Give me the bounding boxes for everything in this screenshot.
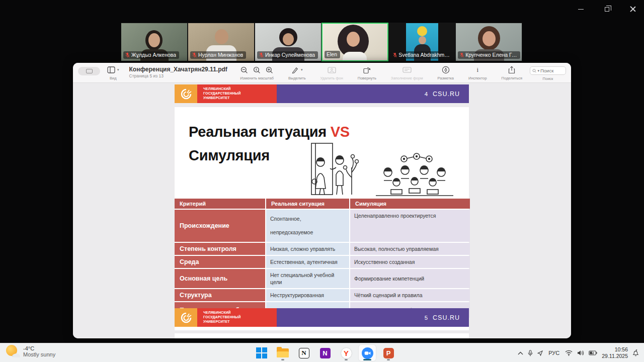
powerpoint-button[interactable]: P <box>380 345 397 361</box>
inspector-button[interactable]: i Инспектор <box>468 65 487 80</box>
slide5: Реальная ситуация VS Симуляция <box>175 107 469 330</box>
slide4-footer: ЧЕЛЯБИНСКИЙ ГОСУДАРСТВЕННЫЙ УНИВЕРСИТЕТ … <box>175 84 469 103</box>
desktop: Жұлдыз Алкенова Нурлан Минжанов Инкар Су… <box>0 0 644 362</box>
table-cell-sim: Высокая, полностью управляемая <box>350 243 470 255</box>
notifications-button[interactable] <box>632 349 639 356</box>
search-icon <box>532 68 536 73</box>
battery-button[interactable] <box>589 350 597 355</box>
wifi-button[interactable] <box>565 350 573 356</box>
markup-button[interactable]: Разметка <box>438 65 454 80</box>
participant-nametag: Elen <box>325 51 340 58</box>
onenote-icon: N <box>320 348 331 358</box>
search-input[interactable] <box>540 68 564 73</box>
tool-label: Разметка <box>438 76 454 80</box>
zoom-in-icon[interactable] <box>266 66 273 74</box>
slide6-fragment <box>175 333 469 338</box>
muted-mic-icon <box>460 52 464 58</box>
share-button[interactable]: Поделиться <box>502 65 522 80</box>
chevron-down-icon: ▾ <box>117 68 119 72</box>
table-row-criterion: Происхождение <box>175 210 265 242</box>
chevron-up-icon <box>518 351 523 355</box>
table-cell-sim: Целенаправленно проектируется <box>350 210 470 242</box>
chevron-down-icon: ▾ <box>301 68 303 72</box>
yandex-icon: Y <box>341 348 352 358</box>
screenshare-pill[interactable] <box>78 67 100 75</box>
video-tile[interactable]: Нурлан Минжанов <box>188 23 255 61</box>
language-indicator[interactable]: РУС <box>547 350 560 356</box>
table-cell-real: Естественная, аутентичная <box>266 256 349 268</box>
weather-icon <box>6 345 19 358</box>
video-tile[interactable]: Жұлдыз Алкенова <box>121 23 188 61</box>
tray-date: 29.11.2025 <box>602 353 628 359</box>
search-field[interactable]: ▾ <box>530 66 566 75</box>
minimize-icon <box>578 9 584 10</box>
tray-location-button[interactable] <box>537 350 543 356</box>
restore-button[interactable] <box>600 3 614 15</box>
video-tile-active-speaker[interactable]: Elen <box>321 23 388 61</box>
clock[interactable]: 10:56 29.11.2025 <box>602 346 628 359</box>
shell-logo-icon <box>179 87 193 101</box>
table-cell-real: Нет специальной учебной цели <box>266 269 349 288</box>
zoom-controls: Изменить масштаб <box>240 65 274 80</box>
video-strip: Жұлдыз Алкенова Нурлан Минжанов Инкар Су… <box>121 23 522 61</box>
video-tile[interactable]: Крупченко Елена Ген... <box>455 23 522 61</box>
university-site: CSU.RU <box>433 314 460 321</box>
tray-time: 10:56 <box>602 346 628 353</box>
minimize-button[interactable] <box>574 3 588 15</box>
participant-nametag: Инкар Сулейменова <box>257 51 318 59</box>
tray-expand-button[interactable] <box>518 351 523 355</box>
zoom-out-icon[interactable] <box>240 66 248 74</box>
active-indicator <box>363 359 371 360</box>
file-explorer-button[interactable] <box>274 345 291 361</box>
notion-icon: N <box>299 348 309 358</box>
table-row-criterion: Среда <box>175 256 265 268</box>
volume-button[interactable] <box>577 350 584 356</box>
table-cell-sim: Искусственно созданная <box>350 256 470 268</box>
notion-button[interactable]: N <box>295 345 312 361</box>
participant-nametag: Жұлдыз Алкенова <box>123 51 179 59</box>
avatar-shoulders <box>343 52 367 61</box>
onenote-button[interactable]: N <box>316 345 334 361</box>
view-menu[interactable]: ▾ Вид <box>107 65 119 80</box>
participant-name: Крупченко Елена Ген... <box>465 52 517 58</box>
zoom-actual-icon[interactable] <box>253 66 261 74</box>
file-explorer-icon <box>277 348 289 357</box>
table-row-criterion: Основная цель <box>175 269 265 288</box>
table-header: Реальная ситуация <box>266 199 349 209</box>
taskbar: -4°C Mostly sunny N N Y <box>0 343 644 362</box>
search-label: Поиск <box>543 76 553 81</box>
rotate-button[interactable]: Повернуть <box>358 65 376 80</box>
doorway-illustration <box>289 141 359 197</box>
video-tile[interactable]: Svetlana Abdrakhman... <box>388 23 455 61</box>
avatar-face <box>482 31 496 46</box>
university-name: ЧЕЛЯБИНСКИЙ ГОСУДАРСТВЕННЫЙ УНИВЕРСИТЕТ <box>197 308 277 327</box>
running-indicator <box>345 359 348 360</box>
avatar-face <box>347 32 360 47</box>
participant-name: Svetlana Abdrakhman... <box>398 52 450 58</box>
muted-mic-icon <box>259 52 264 58</box>
weather-widget[interactable]: -4°C Mostly sunny <box>6 345 55 358</box>
highlight-button[interactable]: ▾ Выделить <box>288 65 306 80</box>
pdf-content-area[interactable]: ЧЕЛЯБИНСКИЙ ГОСУДАРСТВЕННЫЙ УНИВЕРСИТЕТ … <box>73 83 571 338</box>
close-button[interactable] <box>626 3 640 15</box>
page-status: Страница 5 из 13 <box>129 73 227 78</box>
tray-mic-button[interactable] <box>528 350 533 356</box>
yandex-browser-button[interactable]: Y <box>338 345 355 361</box>
fill-form-button: Заполнение форм <box>391 65 423 80</box>
volume-icon <box>577 350 584 356</box>
participant-name: Инкар Сулейменова <box>265 52 315 58</box>
zoom-app-button[interactable] <box>359 345 376 361</box>
participant-name: Нурлан Минжанов <box>198 52 243 58</box>
weather-temperature: -4°C <box>23 345 55 351</box>
muted-mic-icon <box>125 52 130 58</box>
remove-background-button: Удалить фон <box>320 65 343 80</box>
location-icon <box>537 350 543 356</box>
tool-label: Удалить фон <box>320 76 343 80</box>
start-button[interactable] <box>253 345 270 361</box>
document-title: Конференция_Хачатрян29.11.pdf <box>129 66 227 73</box>
slide4-fragment: ЧЕЛЯБИНСКИЙ ГОСУДАРСТВЕННЫЙ УНИВЕРСИТЕТ … <box>175 84 469 103</box>
participant-nametag: Svetlana Abdrakhman... <box>391 51 453 59</box>
video-tile[interactable]: Инкар Сулейменова <box>255 23 321 61</box>
pdf-toolbar: ▾ Вид Конференция_Хачатрян29.11.pdf Стра… <box>73 63 571 83</box>
share-icon <box>508 66 515 74</box>
